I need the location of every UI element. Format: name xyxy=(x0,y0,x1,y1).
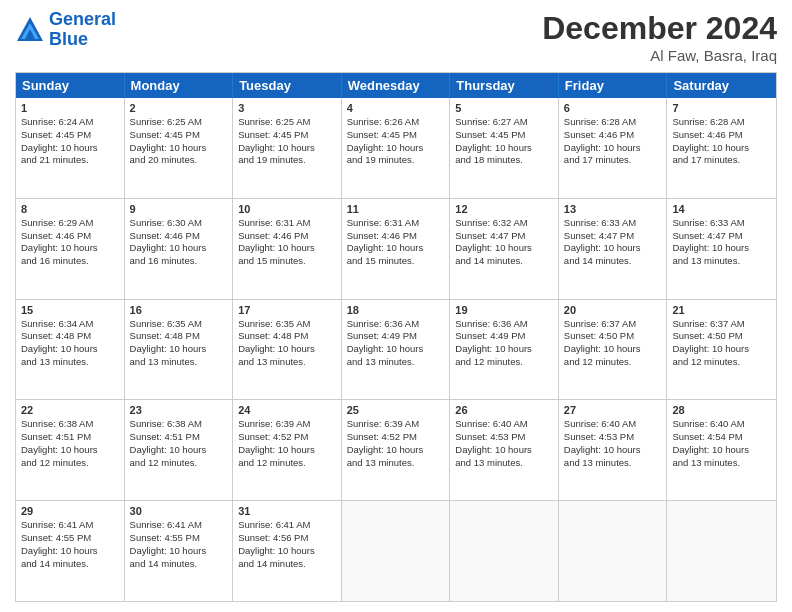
day-info: and 21 minutes. xyxy=(21,154,119,167)
day-info: Sunrise: 6:37 AM xyxy=(564,318,662,331)
calendar-cell: 3Sunrise: 6:25 AMSunset: 4:45 PMDaylight… xyxy=(233,98,342,198)
day-info: and 14 minutes. xyxy=(455,255,553,268)
day-info: and 19 minutes. xyxy=(347,154,445,167)
calendar-cell: 31Sunrise: 6:41 AMSunset: 4:56 PMDayligh… xyxy=(233,501,342,601)
day-info: and 17 minutes. xyxy=(672,154,771,167)
day-info: and 13 minutes. xyxy=(238,356,336,369)
day-info: Daylight: 10 hours xyxy=(347,444,445,457)
day-info: and 14 minutes. xyxy=(564,255,662,268)
day-info: Daylight: 10 hours xyxy=(672,444,771,457)
calendar: SundayMondayTuesdayWednesdayThursdayFrid… xyxy=(15,72,777,602)
day-info: Sunrise: 6:41 AM xyxy=(238,519,336,532)
day-info: and 13 minutes. xyxy=(672,457,771,470)
day-info: Sunset: 4:46 PM xyxy=(130,230,228,243)
day-info: and 14 minutes. xyxy=(238,558,336,571)
day-number: 27 xyxy=(564,404,662,416)
day-info: Sunrise: 6:26 AM xyxy=(347,116,445,129)
day-number: 11 xyxy=(347,203,445,215)
day-info: and 14 minutes. xyxy=(130,558,228,571)
day-number: 15 xyxy=(21,304,119,316)
calendar-cell: 20Sunrise: 6:37 AMSunset: 4:50 PMDayligh… xyxy=(559,300,668,400)
day-info: and 13 minutes. xyxy=(347,457,445,470)
day-info: Sunset: 4:45 PM xyxy=(347,129,445,142)
day-info: Daylight: 10 hours xyxy=(238,142,336,155)
day-info: Sunset: 4:52 PM xyxy=(238,431,336,444)
calendar-cell: 7Sunrise: 6:28 AMSunset: 4:46 PMDaylight… xyxy=(667,98,776,198)
day-info: Sunset: 4:47 PM xyxy=(672,230,771,243)
logo: General Blue xyxy=(15,10,116,50)
day-info: Sunrise: 6:40 AM xyxy=(564,418,662,431)
day-info: Sunrise: 6:39 AM xyxy=(238,418,336,431)
day-info: Sunset: 4:51 PM xyxy=(21,431,119,444)
calendar-header-friday: Friday xyxy=(559,73,668,98)
day-info: Daylight: 10 hours xyxy=(130,545,228,558)
day-info: Sunrise: 6:38 AM xyxy=(21,418,119,431)
day-info: Sunset: 4:52 PM xyxy=(347,431,445,444)
day-info: Sunset: 4:46 PM xyxy=(564,129,662,142)
day-info: Sunset: 4:47 PM xyxy=(564,230,662,243)
calendar-week-3: 15Sunrise: 6:34 AMSunset: 4:48 PMDayligh… xyxy=(16,299,776,400)
calendar-week-5: 29Sunrise: 6:41 AMSunset: 4:55 PMDayligh… xyxy=(16,500,776,601)
day-info: Sunset: 4:45 PM xyxy=(130,129,228,142)
day-info: Sunrise: 6:38 AM xyxy=(130,418,228,431)
calendar-cell: 5Sunrise: 6:27 AMSunset: 4:45 PMDaylight… xyxy=(450,98,559,198)
day-info: and 12 minutes. xyxy=(21,457,119,470)
day-number: 9 xyxy=(130,203,228,215)
day-number: 22 xyxy=(21,404,119,416)
day-number: 2 xyxy=(130,102,228,114)
day-info: Sunrise: 6:40 AM xyxy=(672,418,771,431)
day-info: Sunset: 4:45 PM xyxy=(21,129,119,142)
day-number: 3 xyxy=(238,102,336,114)
day-info: Daylight: 10 hours xyxy=(347,343,445,356)
day-info: and 13 minutes. xyxy=(564,457,662,470)
day-info: Daylight: 10 hours xyxy=(21,242,119,255)
day-info: and 13 minutes. xyxy=(130,356,228,369)
day-info: Sunset: 4:46 PM xyxy=(21,230,119,243)
day-number: 28 xyxy=(672,404,771,416)
day-number: 25 xyxy=(347,404,445,416)
calendar-cell: 22Sunrise: 6:38 AMSunset: 4:51 PMDayligh… xyxy=(16,400,125,500)
day-info: Sunrise: 6:37 AM xyxy=(672,318,771,331)
calendar-cell: 15Sunrise: 6:34 AMSunset: 4:48 PMDayligh… xyxy=(16,300,125,400)
day-info: Sunset: 4:54 PM xyxy=(672,431,771,444)
calendar-cell: 6Sunrise: 6:28 AMSunset: 4:46 PMDaylight… xyxy=(559,98,668,198)
calendar-cell: 21Sunrise: 6:37 AMSunset: 4:50 PMDayligh… xyxy=(667,300,776,400)
day-info: and 12 minutes. xyxy=(238,457,336,470)
day-info: Daylight: 10 hours xyxy=(130,142,228,155)
day-info: Daylight: 10 hours xyxy=(238,343,336,356)
calendar-cell xyxy=(667,501,776,601)
day-info: Sunrise: 6:36 AM xyxy=(347,318,445,331)
day-info: Daylight: 10 hours xyxy=(455,444,553,457)
day-info: Sunrise: 6:31 AM xyxy=(238,217,336,230)
day-info: Daylight: 10 hours xyxy=(455,343,553,356)
day-info: Sunset: 4:46 PM xyxy=(672,129,771,142)
day-info: Sunset: 4:51 PM xyxy=(130,431,228,444)
day-number: 7 xyxy=(672,102,771,114)
calendar-cell: 18Sunrise: 6:36 AMSunset: 4:49 PMDayligh… xyxy=(342,300,451,400)
day-info: Sunset: 4:46 PM xyxy=(347,230,445,243)
title-block: December 2024 Al Faw, Basra, Iraq xyxy=(542,10,777,64)
day-info: Sunset: 4:50 PM xyxy=(564,330,662,343)
day-info: Sunrise: 6:27 AM xyxy=(455,116,553,129)
calendar-cell: 8Sunrise: 6:29 AMSunset: 4:46 PMDaylight… xyxy=(16,199,125,299)
calendar-cell: 25Sunrise: 6:39 AMSunset: 4:52 PMDayligh… xyxy=(342,400,451,500)
day-info: Sunrise: 6:32 AM xyxy=(455,217,553,230)
calendar-cell: 14Sunrise: 6:33 AMSunset: 4:47 PMDayligh… xyxy=(667,199,776,299)
day-info: Sunrise: 6:35 AM xyxy=(238,318,336,331)
day-info: Sunset: 4:53 PM xyxy=(564,431,662,444)
day-info: and 12 minutes. xyxy=(130,457,228,470)
calendar-cell xyxy=(450,501,559,601)
day-info: and 13 minutes. xyxy=(672,255,771,268)
calendar-cell xyxy=(342,501,451,601)
day-info: Sunrise: 6:33 AM xyxy=(564,217,662,230)
day-number: 10 xyxy=(238,203,336,215)
day-number: 29 xyxy=(21,505,119,517)
day-info: Daylight: 10 hours xyxy=(455,242,553,255)
calendar-body: 1Sunrise: 6:24 AMSunset: 4:45 PMDaylight… xyxy=(16,98,776,601)
day-info: and 13 minutes. xyxy=(21,356,119,369)
calendar-cell: 27Sunrise: 6:40 AMSunset: 4:53 PMDayligh… xyxy=(559,400,668,500)
day-number: 14 xyxy=(672,203,771,215)
day-info: Daylight: 10 hours xyxy=(564,142,662,155)
day-info: Sunrise: 6:25 AM xyxy=(130,116,228,129)
day-info: and 16 minutes. xyxy=(130,255,228,268)
